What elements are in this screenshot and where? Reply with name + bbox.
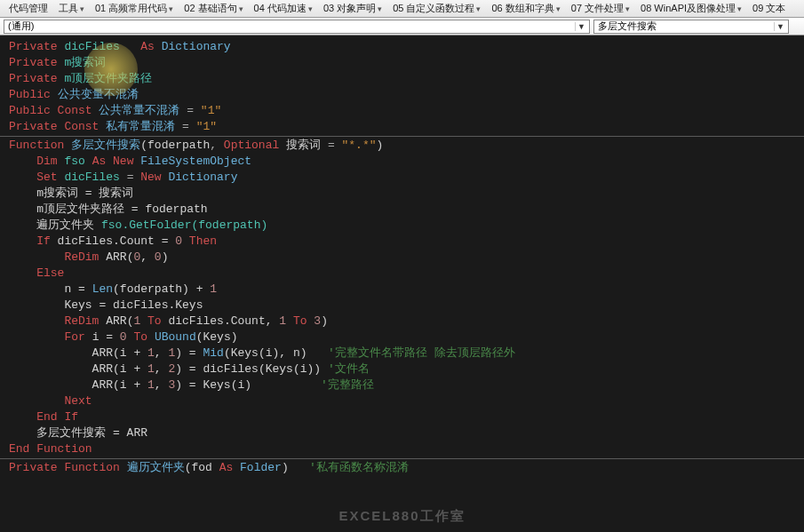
chevron-down-icon: ▼ (774, 22, 786, 31)
procedure-dropdown[interactable]: 多层文件搜索 ▼ (593, 20, 789, 34)
toolbar: 代码管理 工具 01 高频常用代码 02 基础语句 04 代码加速 03 对象声… (0, 0, 804, 18)
tool-01[interactable]: 01 高频常用代码 (90, 2, 179, 15)
object-dropdown-value: (通用) (8, 20, 34, 33)
tool-04[interactable]: 04 代码加速 (249, 2, 318, 15)
code-editor[interactable]: Private dicFiles As Dictionary Private m… (0, 36, 804, 532)
tool-03[interactable]: 03 对象声明 (318, 2, 387, 15)
tool-02[interactable]: 02 基础语句 (179, 2, 248, 15)
tool-06[interactable]: 06 数组和字典 (486, 2, 565, 15)
chevron-down-icon: ▼ (575, 22, 587, 31)
tool-07[interactable]: 07 文件处理 (566, 2, 635, 15)
tool-tools[interactable]: 工具 (53, 2, 90, 15)
tool-05[interactable]: 05 自定义函数过程 (387, 2, 486, 15)
tool-code-mgmt[interactable]: 代码管理 (4, 2, 53, 15)
tool-08[interactable]: 08 WinAPI及图像处理 (635, 2, 747, 15)
procedure-dropdown-value: 多层文件搜索 (598, 20, 657, 33)
tool-09[interactable]: 09 文本 (747, 2, 791, 15)
dropdown-bar: (通用) ▼ 多层文件搜索 ▼ (0, 18, 804, 36)
object-dropdown[interactable]: (通用) ▼ (4, 20, 590, 34)
